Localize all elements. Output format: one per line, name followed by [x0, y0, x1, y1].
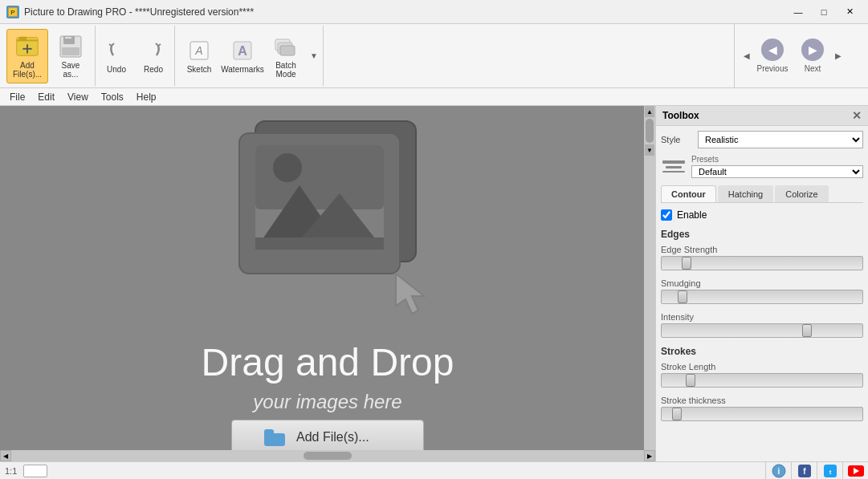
toolbox-title: Toolbox — [662, 110, 699, 121]
edges-label: Edges — [661, 229, 863, 240]
h-scrollbar[interactable]: ◀ ▶ — [0, 450, 655, 461]
file-group: Add File(s)... Save as... — [3, 26, 96, 86]
drop-text-area: Drag and Drop your images here Add File(… — [202, 340, 454, 455]
menu-file[interactable]: File — [3, 90, 31, 104]
canvas-area[interactable]: Drag and Drop your images here Add File(… — [0, 106, 655, 461]
stroke-thickness-thumb[interactable] — [672, 408, 682, 420]
smudging-thumb[interactable] — [678, 290, 687, 303]
svg-marker-28 — [396, 274, 424, 314]
edge-strength-container: Edge Strength — [661, 245, 863, 270]
toolbar: Add File(s)... Save as... Un — [0, 24, 868, 88]
enable-checkbox[interactable] — [661, 209, 672, 221]
save-as-toolbar-button[interactable]: Save as... — [50, 29, 92, 83]
edge-strength-thumb[interactable] — [682, 257, 691, 270]
intensity-thumb[interactable] — [802, 324, 812, 337]
add-file-toolbar-button[interactable]: Add File(s)... — [6, 29, 48, 83]
info-icon-button[interactable]: i — [765, 462, 791, 480]
svg-rect-23 — [255, 145, 384, 209]
toolbar-more-arrow[interactable]: ▼ — [308, 28, 320, 84]
toolbar-scroll-left[interactable]: ◀ — [741, 28, 752, 84]
smudging-track[interactable] — [661, 290, 863, 304]
toolbox-header: Toolbox ✕ — [656, 106, 868, 126]
stroke-thickness-container: Stroke thickness — [661, 396, 863, 421]
scroll-left-btn[interactable]: ◀ — [0, 450, 11, 461]
batch-mode-label: Batch Mode — [275, 61, 296, 79]
stroke-length-track[interactable] — [661, 373, 863, 388]
menu-tools[interactable]: Tools — [95, 90, 130, 104]
undo-icon — [104, 38, 129, 63]
presets-row: Presets Default — [661, 153, 863, 179]
enable-label: Enable — [677, 209, 707, 221]
smudging-container: Smudging — [661, 278, 863, 304]
edit-group: Undo Redo — [96, 26, 175, 86]
toolbar-scroll-right[interactable]: ▶ — [833, 28, 844, 84]
watermarks-icon: A A — [230, 38, 255, 63]
menu-edit[interactable]: Edit — [31, 90, 61, 104]
drop-zone: Drag and Drop your images here Add File(… — [202, 113, 454, 455]
watermarks-toolbar-button[interactable]: A A Watermarks — [222, 29, 263, 83]
batch-mode-toolbar-button[interactable]: Batch Mode — [265, 29, 307, 83]
svg-rect-5 — [19, 36, 26, 40]
minimize-button[interactable]: — — [786, 4, 810, 20]
nav-area: ◀ ◀ Previous ▶ Next ▶ — [734, 24, 844, 87]
youtube-icon-button[interactable] — [842, 462, 868, 480]
batch-mode-icon — [273, 34, 299, 59]
title-bar: P Picture to Drawing PRO - ****Unregiste… — [0, 0, 868, 24]
redo-icon — [141, 38, 166, 63]
maximize-button[interactable]: □ — [812, 4, 836, 20]
edge-strength-track[interactable] — [661, 256, 863, 270]
toolbox-close-button[interactable]: ✕ — [852, 109, 862, 122]
sketch-toolbar-button[interactable]: A Sketch — [178, 29, 220, 83]
stroke-thickness-label: Stroke thickness — [661, 396, 863, 405]
next-label: Next — [805, 64, 821, 73]
strokes-label: Strokes — [661, 346, 863, 357]
add-file-button[interactable]: Add File(s)... — [231, 420, 424, 455]
save-as-icon — [58, 34, 84, 59]
window-controls: — □ ✕ — [786, 4, 862, 20]
stroke-length-container: Stroke Length — [661, 362, 863, 388]
previous-button[interactable]: ◀ Previous — [752, 28, 793, 84]
facebook-icon-button[interactable]: f — [791, 462, 817, 480]
presets-select[interactable]: Default — [691, 165, 863, 178]
tab-hatching[interactable]: Hatching — [718, 185, 773, 202]
toolbox-body: Style Realistic Presets Default — [656, 126, 868, 461]
style-label: Style — [661, 135, 693, 144]
svg-text:A: A — [238, 44, 247, 58]
zoom-box[interactable] — [23, 465, 47, 477]
smudging-label: Smudging — [661, 278, 863, 288]
menu-bar: File Edit View Tools Help — [0, 88, 868, 106]
undo-toolbar-button[interactable]: Undo — [99, 29, 134, 83]
menu-help[interactable]: Help — [130, 90, 163, 104]
toolbox-panel: Toolbox ✕ Style Realistic Presets — [655, 106, 868, 461]
intensity-track[interactable] — [661, 323, 863, 338]
next-button[interactable]: ▶ Next — [793, 28, 833, 84]
edges-section: Edges Edge Strength Smudging Intensity — [661, 229, 863, 338]
sketch-icon: A — [186, 38, 212, 63]
v-scrollbar[interactable]: ▲ ▼ — [644, 106, 655, 450]
previous-label: Previous — [757, 64, 789, 73]
svg-rect-19 — [280, 46, 295, 55]
tab-colorize[interactable]: Colorize — [775, 185, 828, 202]
h-scroll-thumb[interactable] — [304, 452, 352, 460]
redo-label: Redo — [144, 65, 163, 74]
svg-point-24 — [273, 153, 302, 182]
sketch-label: Sketch — [187, 65, 212, 74]
presets-label: Presets — [691, 155, 863, 164]
menu-view[interactable]: View — [61, 90, 95, 104]
add-file-icon — [14, 34, 40, 59]
previous-arrow-icon: ◀ — [761, 39, 784, 61]
scroll-right-btn[interactable]: ▶ — [644, 450, 655, 461]
style-row: Style Realistic — [661, 131, 863, 148]
v-scroll-down[interactable]: ▼ — [645, 144, 654, 156]
close-button[interactable]: ✕ — [837, 4, 862, 20]
v-scroll-thumb[interactable] — [646, 119, 654, 143]
status-bar: 1:1 i f t — [0, 461, 868, 479]
v-scroll-up[interactable]: ▲ — [645, 106, 654, 117]
stroke-thickness-track[interactable] — [661, 407, 863, 421]
style-select[interactable]: Realistic — [698, 131, 863, 148]
twitter-icon-button[interactable]: t — [817, 462, 842, 480]
tab-bar: Contour Hatching Colorize — [661, 185, 863, 203]
tab-contour[interactable]: Contour — [661, 185, 716, 202]
redo-toolbar-button[interactable]: Redo — [136, 29, 171, 83]
stroke-length-thumb[interactable] — [686, 374, 695, 387]
